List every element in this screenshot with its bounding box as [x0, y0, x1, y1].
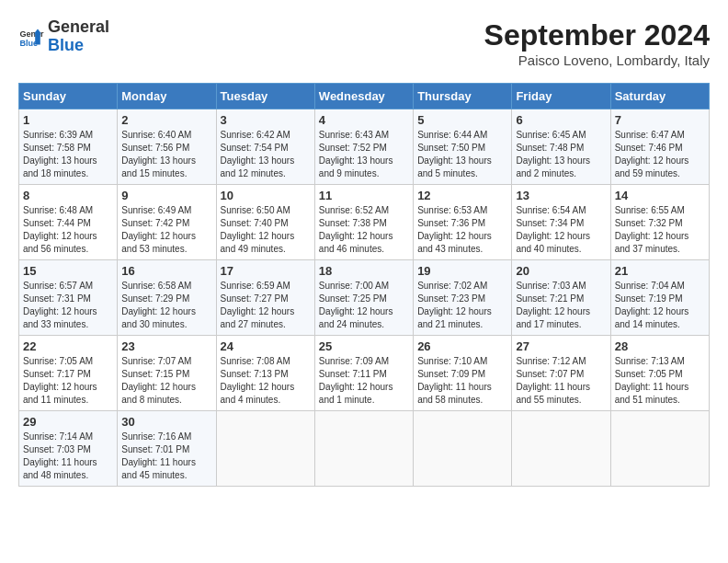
- day-number: 4: [319, 113, 409, 127]
- day-info: Sunrise: 6:39 AMSunset: 7:58 PMDaylight:…: [23, 129, 113, 180]
- day-info: Sunrise: 6:49 AMSunset: 7:42 PMDaylight:…: [121, 204, 211, 256]
- calendar-cell: [414, 411, 512, 487]
- logo-icon: General Blue: [18, 24, 44, 50]
- day-number: 10: [221, 189, 311, 202]
- day-info: Sunrise: 6:52 AMSunset: 7:38 PMDaylight:…: [319, 204, 409, 256]
- calendar-cell: 28Sunrise: 7:13 AMSunset: 7:05 PMDayligh…: [610, 336, 709, 411]
- day-number: 19: [417, 264, 507, 278]
- day-number: 7: [615, 113, 705, 127]
- day-info: Sunrise: 7:12 AMSunset: 7:07 PMDaylight:…: [516, 355, 606, 407]
- calendar-cell: [314, 411, 413, 487]
- day-number: 20: [516, 264, 606, 278]
- header-friday: Friday: [512, 84, 610, 109]
- calendar-cell: 25Sunrise: 7:09 AMSunset: 7:11 PMDayligh…: [314, 336, 413, 411]
- day-info: Sunrise: 6:54 AMSunset: 7:34 PMDaylight:…: [516, 204, 606, 256]
- calendar-cell: 17Sunrise: 6:59 AMSunset: 7:27 PMDayligh…: [216, 260, 314, 336]
- day-info: Sunrise: 7:05 AMSunset: 7:17 PMDaylight:…: [23, 355, 113, 407]
- header-wednesday: Wednesday: [314, 84, 413, 109]
- calendar-cell: 13Sunrise: 6:54 AMSunset: 7:34 PMDayligh…: [512, 185, 610, 260]
- day-number: 21: [615, 264, 705, 278]
- day-number: 29: [23, 415, 113, 429]
- day-number: 9: [121, 189, 211, 202]
- title-section: September 2024 Paisco Loveno, Lombardy, …: [484, 18, 710, 68]
- calendar-cell: 12Sunrise: 6:53 AMSunset: 7:36 PMDayligh…: [414, 185, 512, 260]
- day-number: 15: [23, 264, 113, 278]
- day-info: Sunrise: 6:53 AMSunset: 7:36 PMDaylight:…: [417, 204, 507, 256]
- day-info: Sunrise: 6:59 AMSunset: 7:27 PMDaylight:…: [221, 280, 311, 331]
- header-saturday: Saturday: [610, 84, 709, 109]
- day-number: 24: [221, 339, 311, 353]
- calendar-week-row: 22Sunrise: 7:05 AMSunset: 7:17 PMDayligh…: [19, 336, 710, 411]
- calendar-header-row: SundayMondayTuesdayWednesdayThursdayFrid…: [19, 84, 710, 109]
- calendar-cell: 3Sunrise: 6:42 AMSunset: 7:54 PMDaylight…: [216, 109, 314, 185]
- day-number: 2: [121, 113, 211, 127]
- logo: General Blue General Blue: [18, 18, 109, 55]
- day-number: 16: [121, 264, 211, 278]
- day-number: 17: [221, 264, 311, 278]
- calendar-cell: 5Sunrise: 6:44 AMSunset: 7:50 PMDaylight…: [414, 109, 512, 185]
- day-number: 8: [23, 189, 113, 202]
- calendar-cell: 20Sunrise: 7:03 AMSunset: 7:21 PMDayligh…: [512, 260, 610, 336]
- calendar-cell: 18Sunrise: 7:00 AMSunset: 7:25 PMDayligh…: [314, 260, 413, 336]
- header-monday: Monday: [118, 84, 216, 109]
- day-info: Sunrise: 6:40 AMSunset: 7:56 PMDaylight:…: [121, 129, 211, 180]
- day-info: Sunrise: 7:08 AMSunset: 7:13 PMDaylight:…: [221, 355, 311, 407]
- calendar-cell: 2Sunrise: 6:40 AMSunset: 7:56 PMDaylight…: [118, 109, 216, 185]
- calendar-week-row: 8Sunrise: 6:48 AMSunset: 7:44 PMDaylight…: [19, 185, 710, 260]
- day-number: 28: [615, 339, 705, 353]
- day-number: 30: [121, 415, 211, 429]
- calendar-cell: [610, 411, 709, 487]
- calendar-week-row: 1Sunrise: 6:39 AMSunset: 7:58 PMDaylight…: [19, 109, 710, 185]
- calendar-cell: 21Sunrise: 7:04 AMSunset: 7:19 PMDayligh…: [610, 260, 709, 336]
- day-number: 13: [516, 189, 606, 202]
- day-info: Sunrise: 7:16 AMSunset: 7:01 PMDaylight:…: [121, 431, 211, 482]
- calendar-week-row: 29Sunrise: 7:14 AMSunset: 7:03 PMDayligh…: [19, 411, 710, 487]
- day-number: 1: [23, 113, 113, 127]
- day-info: Sunrise: 7:13 AMSunset: 7:05 PMDaylight:…: [615, 355, 705, 407]
- calendar-cell: 1Sunrise: 6:39 AMSunset: 7:58 PMDaylight…: [19, 109, 118, 185]
- day-info: Sunrise: 7:04 AMSunset: 7:19 PMDaylight:…: [615, 280, 705, 331]
- calendar-cell: 22Sunrise: 7:05 AMSunset: 7:17 PMDayligh…: [19, 336, 118, 411]
- calendar-cell: 8Sunrise: 6:48 AMSunset: 7:44 PMDaylight…: [19, 185, 118, 260]
- day-number: 5: [417, 113, 507, 127]
- day-info: Sunrise: 6:42 AMSunset: 7:54 PMDaylight:…: [221, 129, 311, 180]
- header-tuesday: Tuesday: [216, 84, 314, 109]
- svg-text:General: General: [19, 29, 44, 39]
- day-number: 18: [319, 264, 409, 278]
- calendar-cell: 23Sunrise: 7:07 AMSunset: 7:15 PMDayligh…: [118, 336, 216, 411]
- calendar-cell: 19Sunrise: 7:02 AMSunset: 7:23 PMDayligh…: [414, 260, 512, 336]
- calendar-cell: 7Sunrise: 6:47 AMSunset: 7:46 PMDaylight…: [610, 109, 709, 185]
- day-info: Sunrise: 6:48 AMSunset: 7:44 PMDaylight:…: [23, 204, 113, 256]
- calendar-cell: 9Sunrise: 6:49 AMSunset: 7:42 PMDaylight…: [118, 185, 216, 260]
- day-number: 25: [319, 339, 409, 353]
- day-info: Sunrise: 7:10 AMSunset: 7:09 PMDaylight:…: [417, 355, 507, 407]
- day-number: 27: [516, 339, 606, 353]
- day-number: 26: [417, 339, 507, 353]
- day-number: 22: [23, 339, 113, 353]
- day-info: Sunrise: 7:02 AMSunset: 7:23 PMDaylight:…: [417, 280, 507, 331]
- calendar-cell: 30Sunrise: 7:16 AMSunset: 7:01 PMDayligh…: [118, 411, 216, 487]
- day-info: Sunrise: 7:03 AMSunset: 7:21 PMDaylight:…: [516, 280, 606, 331]
- logo-blue: Blue: [48, 36, 84, 54]
- calendar-cell: 10Sunrise: 6:50 AMSunset: 7:40 PMDayligh…: [216, 185, 314, 260]
- day-info: Sunrise: 6:45 AMSunset: 7:48 PMDaylight:…: [516, 129, 606, 180]
- calendar-cell: 15Sunrise: 6:57 AMSunset: 7:31 PMDayligh…: [19, 260, 118, 336]
- calendar-week-row: 15Sunrise: 6:57 AMSunset: 7:31 PMDayligh…: [19, 260, 710, 336]
- calendar-cell: [216, 411, 314, 487]
- day-info: Sunrise: 6:55 AMSunset: 7:32 PMDaylight:…: [615, 204, 705, 256]
- day-info: Sunrise: 6:43 AMSunset: 7:52 PMDaylight:…: [319, 129, 409, 180]
- calendar-table: SundayMondayTuesdayWednesdayThursdayFrid…: [18, 83, 710, 487]
- header-thursday: Thursday: [414, 84, 512, 109]
- header-sunday: Sunday: [19, 84, 118, 109]
- calendar-cell: 16Sunrise: 6:58 AMSunset: 7:29 PMDayligh…: [118, 260, 216, 336]
- day-number: 23: [121, 339, 211, 353]
- day-info: Sunrise: 6:50 AMSunset: 7:40 PMDaylight:…: [221, 204, 311, 256]
- logo-general: General: [48, 17, 109, 36]
- calendar-cell: 14Sunrise: 6:55 AMSunset: 7:32 PMDayligh…: [610, 185, 709, 260]
- day-number: 14: [615, 189, 705, 202]
- location: Paisco Loveno, Lombardy, Italy: [484, 52, 710, 68]
- day-number: 12: [417, 189, 507, 202]
- day-number: 11: [319, 189, 409, 202]
- calendar-cell: 11Sunrise: 6:52 AMSunset: 7:38 PMDayligh…: [314, 185, 413, 260]
- day-info: Sunrise: 6:57 AMSunset: 7:31 PMDaylight:…: [23, 280, 113, 331]
